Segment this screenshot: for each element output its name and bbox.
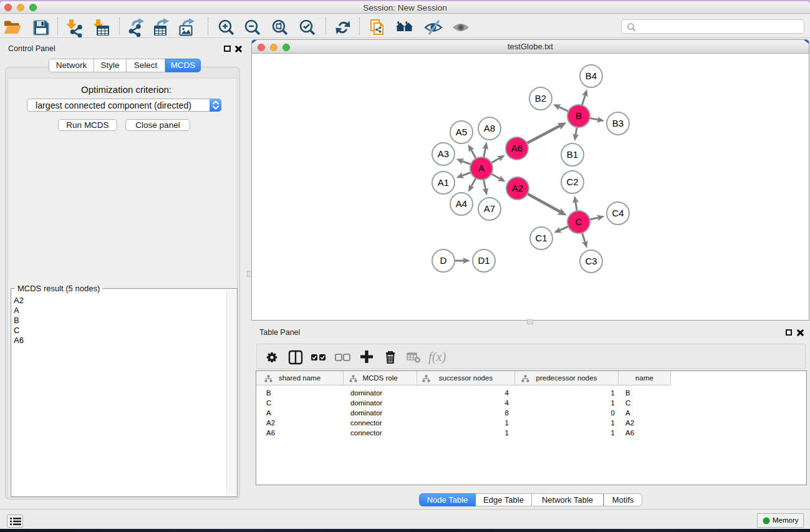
svg-text:A4: A4 xyxy=(456,198,467,209)
svg-text:A5: A5 xyxy=(456,127,467,137)
svg-text:C: C xyxy=(576,216,582,227)
svg-text:D1: D1 xyxy=(478,255,489,266)
svg-text:A6: A6 xyxy=(511,143,523,153)
svg-text:C4: C4 xyxy=(612,208,624,218)
svg-text:D: D xyxy=(440,255,447,266)
svg-text:C2: C2 xyxy=(566,177,578,187)
svg-text:B3: B3 xyxy=(612,118,624,128)
svg-text:A8: A8 xyxy=(484,123,495,133)
svg-text:A: A xyxy=(478,163,485,173)
svg-text:B2: B2 xyxy=(535,93,546,104)
svg-text:A1: A1 xyxy=(438,177,449,188)
svg-text:C3: C3 xyxy=(585,256,597,266)
svg-text:B: B xyxy=(576,110,582,121)
svg-text:B1: B1 xyxy=(567,149,578,160)
svg-text:A7: A7 xyxy=(484,203,495,214)
svg-text:B4: B4 xyxy=(586,70,597,81)
svg-text:A3: A3 xyxy=(438,148,449,159)
svg-text:C1: C1 xyxy=(535,233,547,243)
svg-text:A2: A2 xyxy=(512,183,523,193)
